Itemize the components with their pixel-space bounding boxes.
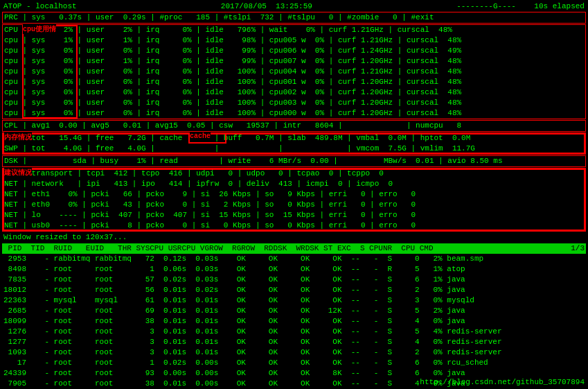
cpu-row-1: cpu | sys 0% | user 0% | irq 0% | idle 9… [3, 46, 585, 56]
terminal: ATOP - localhost 2017/08/05 13:25:59 ---… [0, 0, 588, 389]
cpu-row-6: cpu | sys 0% | user 0% | irq 0% | idle 1… [3, 98, 585, 108]
window-resize-msg: Window resized to 120x37... [2, 232, 586, 243]
cpu-usage-annotation: cpu使用情 [23, 24, 56, 34]
process-row: 18012 - root root 56 0.01s 0.02s OK OK O… [2, 285, 586, 295]
net-row-eth0: NET | eth0 0% | pcki 43 | pcko 0 | si 2 … [3, 200, 585, 210]
cpu-row-7: cpu | sys 0% | user 0% | irq 0% | idle 1… [3, 108, 585, 119]
process-row: 7835 - root root 57 0.02s 0.03s OK OK OK… [2, 275, 586, 285]
cache-annotation: cache [190, 132, 211, 140]
process-row: 1093 - root root 3 0.01s 0.01s OK OK OK … [2, 347, 586, 358]
process-page: 1/3 [571, 243, 585, 254]
header-right: --------G---- 10s elapsed [456, 1, 585, 12]
dsk-row: DSK | sda | busy 1% | read | write 6 MBr… [3, 156, 585, 166]
net-row-lo: NET | lo ---- | pcki 407 | pcko 407 | si… [3, 210, 585, 221]
process-row: 1277 - root root 3 0.01s 0.01s OK OK OK … [2, 337, 586, 347]
process-row: 17 - root root 1 0.02s 0.00s OK OK OK OK… [2, 358, 586, 368]
net-row-eth1: NET | eth1 0% | pcki 66 | pcko 9 | si 26… [3, 189, 585, 200]
mem-row: MEM | tot 15.4G | free 7.2G | cache 4.1G… [3, 133, 585, 144]
mem-annotation: 内存情况 [4, 132, 32, 142]
swp-row: SWP | tot 4.0G | free 4.0G | | | | vmcom… [3, 144, 585, 154]
cpu-row-0: cpu | sys 1% | user 1% | irq 0% | idle 9… [3, 35, 585, 46]
header-line: ATOP - localhost 2017/08/05 13:25:59 ---… [2, 1, 586, 12]
process-row: 18099 - root root 38 0.01s 0.01s OK OK O… [2, 316, 586, 327]
cpu-total-row: CPU | sys 2% | user 2% | irq 0% | idle 7… [3, 25, 585, 35]
net-annotation: 建议情况 [4, 168, 32, 178]
net-row-usb0: NET | usb0 ---- | pcki 8 | pcko 0 | si 0… [3, 221, 585, 231]
net-row-network: NET | network | ipi 413 | ipo 414 | ipfr… [3, 179, 585, 189]
url-bar: http://blog.csdn.net/github_35707894 [418, 377, 586, 388]
process-table: PID TID RUID EUID THR SYSCPU USRCPU VGRO… [2, 243, 586, 389]
process-row: 1276 - root root 3 0.01s 0.01s OK OK OK … [2, 327, 586, 337]
net-row-transport: NET | transport | tcpi 412 | tcpo 416 | … [3, 168, 585, 179]
process-table-header: PID TID RUID EUID THR SYSCPU USRCPU VGRO… [3, 243, 434, 254]
process-row: 2685 - root root 69 0.01s 0.01s OK OK OK… [2, 306, 586, 316]
process-row: 8498 - root root 1 0.06s 0.03s OK OK OK … [2, 264, 586, 275]
header-center: 2017/08/05 13:25:59 [221, 1, 312, 12]
cpu-row-3: cpu | sys 0% | user 0% | irq 0% | idle 1… [3, 67, 585, 77]
cpl-row: CPL | avg1 0.00 | avg5 0.01 | avg15 0.05… [3, 121, 585, 131]
process-row: 22363 - mysql mysql 61 0.01s 0.01s OK OK… [2, 295, 586, 306]
cpu-row-5: cpu | sys 0% | user 0% | irq 0% | idle 1… [3, 87, 585, 98]
cpu-row-2: cpu | sys 0% | user 1% | irq 0% | idle 9… [3, 56, 585, 67]
header-left: ATOP - localhost [3, 1, 77, 12]
process-rows-container: 2953 - rabbitmq rabbitmq 72 0.12s 0.03s … [2, 254, 586, 389]
process-row: 2953 - rabbitmq rabbitmq 72 0.12s 0.03s … [2, 254, 586, 264]
prc-row: PRC | sys 0.37s | user 0.29s | #proc 185… [3, 12, 585, 23]
cpu-row-4: cpu | sys 0% | user 0% | irq 0% | idle 1… [3, 77, 585, 87]
